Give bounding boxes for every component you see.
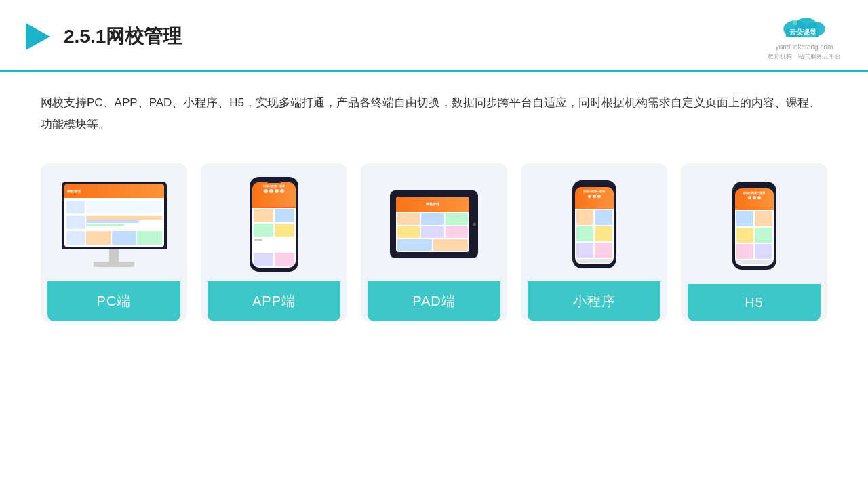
brand-url: yunduoketang.com: [776, 43, 833, 51]
app-label: APP端: [208, 281, 340, 321]
miniprogram-label: 小程序: [528, 281, 660, 321]
app-logo-icon: [20, 20, 53, 53]
header-left: 2.5.1网校管理: [20, 20, 182, 53]
pad-image-area: 网校管理: [368, 177, 500, 281]
description-text: 网校支持PC、APP、PAD、小程序、H5，实现多端打通，产品各终端自由切换，数…: [41, 92, 827, 136]
h5-phone-icon: 职场人的第一堂课: [732, 182, 776, 270]
device-card-h5: 职场人的第一堂课: [681, 163, 827, 321]
pc-image-area: 网校管理: [47, 177, 180, 281]
pad-label: PAD端: [368, 281, 500, 321]
brand-slogan: 教育机构一站式服务云平台: [768, 52, 841, 61]
main-content: 网校支持PC、APP、PAD、小程序、H5，实现多端打通，产品各终端自由切换，数…: [0, 72, 868, 335]
pad-icon: 网校管理: [390, 190, 478, 258]
h5-label: H5: [688, 284, 821, 321]
h5-image-area: 职场人的第一堂课: [688, 177, 821, 284]
device-card-miniprogram: 职场人的第一堂课: [521, 163, 667, 321]
miniprogram-phone-icon: 职场人的第一堂课: [572, 180, 616, 268]
header: 2.5.1网校管理 云朵课堂 yunduoketang.com 教育机构一站式服…: [0, 0, 868, 72]
device-card-app: 职场人的第一堂课: [201, 163, 347, 321]
devices-row: 网校管理: [41, 163, 827, 321]
svg-text:云朵课堂: 云朵课堂: [789, 28, 817, 36]
device-card-pad: 网校管理: [361, 163, 507, 321]
pc-label: PC端: [47, 281, 180, 321]
brand-cloud-icon: 云朵课堂: [777, 12, 831, 42]
miniprogram-image-area: 职场人的第一堂课: [528, 177, 660, 281]
pc-monitor-icon: 网校管理: [62, 182, 167, 267]
page-title: 2.5.1网校管理: [64, 24, 182, 49]
device-card-pc: 网校管理: [41, 163, 187, 321]
brand-logo: 云朵课堂 yunduoketang.com 教育机构一站式服务云平台: [768, 12, 841, 61]
svg-point-5: [793, 20, 797, 25]
app-image-area: 职场人的第一堂课: [208, 177, 340, 281]
app-phone-icon: 职场人的第一堂课: [250, 177, 298, 272]
svg-marker-0: [26, 23, 50, 50]
